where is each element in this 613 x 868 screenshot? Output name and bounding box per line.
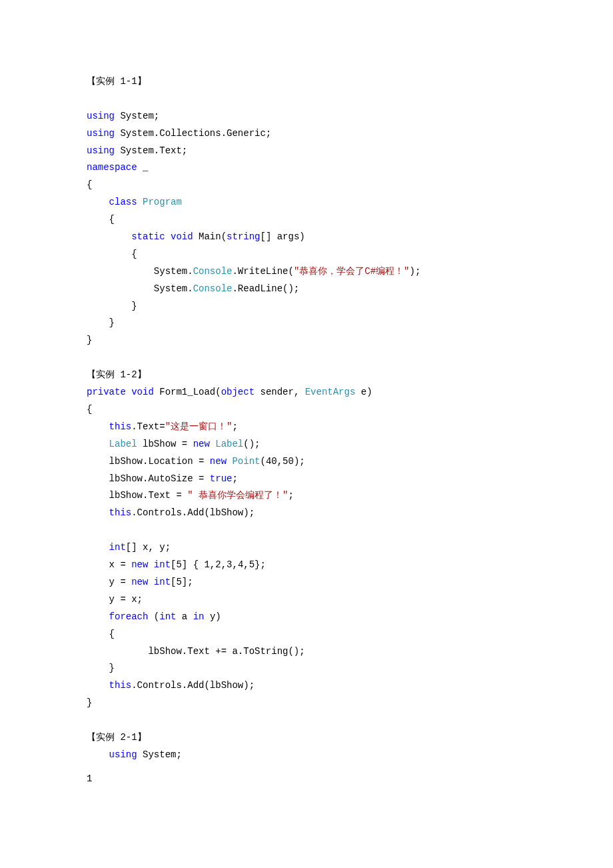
code-text: System. (154, 266, 193, 277)
code-text: [5] { 1,2,3,4,5}; (171, 559, 266, 570)
code-text: ; (232, 473, 237, 484)
code-text: Form1_Load( (154, 387, 221, 397)
code-text: x = (109, 559, 132, 570)
code-text: .ReadLine(); (232, 283, 299, 294)
code-text: lbShow.Text += a.ToString(); (148, 646, 305, 657)
kw-string: string (227, 231, 260, 242)
code-text: ; (288, 490, 293, 501)
code-text: .WriteLine( (232, 266, 293, 277)
kw-this: this (109, 421, 132, 432)
kw-class: class (109, 197, 137, 207)
kw-using: using (87, 145, 115, 156)
kw-private: private (87, 387, 126, 397)
code-text: _ (137, 162, 149, 173)
type-program: Program (143, 197, 182, 207)
code-text: (40,50); (260, 456, 305, 467)
example-1-1: 【实例 1-1】 using System; using System.Coll… (87, 73, 526, 349)
type-console: Console (193, 283, 233, 294)
brace: { (109, 214, 115, 225)
code-text: ( (148, 611, 159, 622)
code-text: lbShow.AutoSize = (109, 473, 210, 484)
brace: { (87, 179, 92, 190)
code-text: [] x, y; (126, 542, 171, 553)
kw-this: this (109, 680, 132, 691)
brace: } (87, 697, 92, 708)
kw-true: true (210, 473, 233, 484)
code-text: lbShow.Text = (109, 490, 188, 501)
code-text: .Text= (131, 421, 165, 432)
string-literal: "这是一窗口！" (165, 421, 233, 432)
code-text: [] args) (261, 231, 305, 242)
type-eventargs: EventArgs (305, 387, 356, 397)
kw-using: using (109, 749, 137, 760)
example-2-1: 【实例 2-1】 using System; (87, 729, 526, 764)
example-title: 【实例 2-1】 (87, 732, 147, 743)
kw-this: this (109, 507, 132, 518)
code-text: e) (355, 387, 372, 397)
type-label: Label (109, 439, 137, 449)
code-text: System; (137, 749, 182, 760)
code-text: [5]; (171, 577, 193, 587)
type-point: Point (232, 456, 260, 467)
kw-void: void (171, 231, 193, 242)
kw-using: using (87, 128, 115, 139)
code-text: Main( (193, 231, 227, 242)
brace: { (131, 249, 137, 259)
page-number: 1 (87, 771, 92, 788)
kw-new: new (210, 456, 227, 467)
kw-using: using (87, 111, 115, 121)
brace: { (109, 629, 115, 639)
string-literal: " 恭喜你学会编程了！" (187, 490, 288, 501)
brace: } (109, 663, 115, 673)
code-text: ; (232, 421, 237, 432)
code-text: sender, (255, 387, 305, 397)
document-page: 【实例 1-1】 using System; using System.Coll… (0, 0, 613, 868)
kw-in: in (193, 611, 205, 622)
kw-int: int (154, 559, 171, 570)
code-text: System; (115, 111, 159, 121)
type-console: Console (193, 266, 233, 277)
code-text: a (176, 611, 193, 622)
brace: } (87, 335, 92, 345)
kw-new: new (131, 559, 148, 570)
code-text: .Controls.Add(lbShow); (131, 680, 255, 691)
code-text: lbShow.Location = (109, 456, 210, 467)
type-label: Label (215, 439, 243, 449)
code-text: .Controls.Add(lbShow); (131, 507, 255, 518)
kw-int: int (154, 577, 171, 587)
kw-new: new (131, 577, 148, 587)
code-text: ); (409, 266, 420, 277)
kw-static: static (131, 231, 165, 242)
example-title: 【实例 1-2】 (87, 369, 147, 380)
code-text: System.Collections.Generic; (115, 128, 271, 139)
brace: } (109, 317, 115, 328)
kw-object: object (221, 387, 255, 397)
code-text: y = x; (109, 594, 143, 605)
kw-int: int (109, 542, 126, 553)
kw-int: int (159, 611, 176, 622)
example-title: 【实例 1-1】 (87, 76, 147, 87)
kw-foreach: foreach (109, 611, 149, 622)
code-text: System. (154, 283, 193, 294)
example-1-2: 【实例 1-2】 private void Form1_Load(object … (87, 367, 526, 712)
brace: { (87, 404, 92, 415)
kw-namespace: namespace (87, 162, 137, 173)
code-text: lbShow = (137, 439, 193, 449)
brace: } (131, 301, 137, 311)
kw-new: new (193, 439, 210, 449)
code-text: y = (109, 577, 132, 587)
kw-void: void (131, 387, 154, 397)
string-literal: "恭喜你，学会了C#编程！" (294, 266, 410, 277)
code-text: y) (204, 611, 221, 622)
code-text: System.Text; (115, 145, 187, 156)
code-text: (); (243, 439, 260, 449)
